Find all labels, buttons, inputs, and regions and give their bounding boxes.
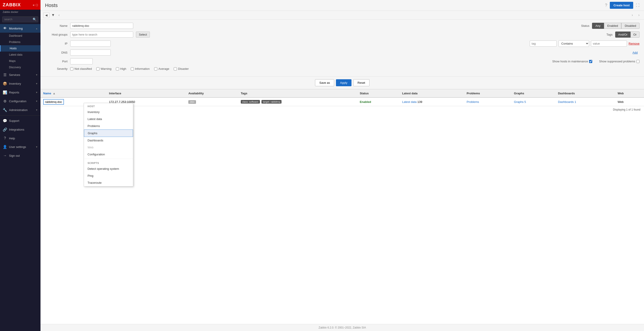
tags-andor-group: And/Or Or [615,32,640,38]
fullscreen-toggle-icon[interactable]: ⛶ [636,4,640,8]
logo-icons: « □ [33,3,38,7]
sidebar-item-support[interactable]: 💬 Support [0,116,40,125]
inventory-label: Inventory [9,82,21,85]
dns-label: DNS [45,51,68,54]
top-bar-right: ? Create host ⛶ [605,2,640,9]
severity-high-checkbox[interactable] [116,67,119,71]
filter-prev-button[interactable]: ◀ [43,13,50,18]
administration-arrow: ▼ [36,109,38,111]
host-groups-input[interactable] [70,32,133,38]
ip-input[interactable] [70,41,111,47]
sidebar-item-user-settings[interactable]: 👤 User settings ▼ [0,143,40,151]
tag-contains-select[interactable]: Contains Equals Does not contain Does no… [558,40,589,47]
sidebar-item-sign-out[interactable]: → Sign out [0,151,40,160]
tag-target-rabbitmq: target: rabbitmq [262,100,282,104]
severity-information-checkbox[interactable] [131,67,134,71]
filter-row-ip-tagrow: IP Contains Equals Does not contain Does… [45,40,640,47]
name-input[interactable] [70,23,133,29]
status-enabled-button[interactable]: Enabled [604,23,622,29]
sidebar-item-latest-data[interactable]: Latest data [0,52,40,58]
tags-or-button[interactable]: Or [630,32,640,38]
sidebar-item-discovery[interactable]: Discovery [0,64,40,71]
footer: Zabbix 6.2.0. © 2001–2022, Zabbix SIA [40,324,644,331]
tag-add-button[interactable]: Add [588,51,638,54]
ctx-item-dashboards[interactable]: Dashboards [84,137,133,144]
host-name-value[interactable]: rabbitmq-doc [43,99,64,105]
graphs-link[interactable]: Graphs 5 [514,100,526,104]
show-maintenance-label[interactable]: Show hosts in maintenance [552,60,592,63]
administration-label: Administration [9,108,28,112]
sidebar-item-help[interactable]: ? Help [0,134,40,143]
tag-name-input[interactable] [530,41,557,47]
port-input[interactable] [70,58,93,64]
sidebar-item-inventory[interactable]: 📦 Inventory ▼ [0,79,40,88]
table-header-row: Name Interface Availability Tags Status … [40,89,644,98]
sidebar-item-problems[interactable]: Problems [0,39,40,45]
host-status-cell: Enabled [357,98,400,106]
severity-average[interactable]: Average [154,67,169,71]
ctx-item-problems[interactable]: Problems [84,123,133,130]
col-name[interactable]: Name [40,89,106,98]
sidebar-item-dashboard[interactable]: Dashboard [0,33,40,39]
tag-remove-button[interactable]: Remove [629,42,640,45]
fullscreen-icon[interactable]: □ [36,3,38,7]
problems-link[interactable]: Problems [467,100,479,104]
services-label: Services [9,73,20,77]
show-suppressed-label[interactable]: Show suppressed problems [599,60,640,63]
severity-not-classified[interactable]: Not classified [70,67,92,71]
ctx-item-detect-os[interactable]: Detect operating system [84,165,133,172]
save-as-button[interactable]: Save as [315,79,334,86]
ctx-item-ping[interactable]: Ping [84,172,133,179]
severity-disaster-checkbox[interactable] [174,67,177,71]
severity-high[interactable]: High [116,67,126,71]
filter-nav-prev[interactable]: ‹ [57,12,62,18]
help-label: Help [9,137,15,140]
severity-information[interactable]: Information [131,67,150,71]
severity-warning[interactable]: Warning [96,67,112,71]
select-button[interactable]: Select [136,32,150,38]
sidebar-item-services[interactable]: ☰ Services ▼ [0,71,40,79]
support-icon: 💬 [3,119,7,123]
configuration-arrow: ▼ [36,100,38,103]
severity-warning-checkbox[interactable] [96,67,100,71]
status-label: Status [567,24,589,28]
tag-value-input[interactable] [591,41,627,47]
filter-row-hostgroups-tags: Host groups Select Tags And/Or Or [45,32,640,38]
show-suppressed-checkbox[interactable] [636,60,640,63]
severity-disaster[interactable]: Disaster [174,67,189,71]
sidebar: ZABBIX « □ Zabbix docker 🔍 👁 Monitoring … [0,0,40,331]
sidebar-item-maps[interactable]: Maps [0,58,40,64]
status-any-button[interactable]: Any [592,23,604,29]
ctx-item-graphs[interactable]: Graphs [84,130,133,137]
services-icon: ☰ [3,73,7,77]
ctx-item-latest-data[interactable]: Latest data [84,116,133,123]
severity-not-classified-checkbox[interactable] [70,67,73,71]
help-icon: ? [3,136,7,140]
filter-row-severity: Severity Not classified Warning High [45,67,640,71]
create-host-button[interactable]: Create host [610,2,633,9]
sidebar-item-configuration[interactable]: ⚙ Configuration ▼ [0,97,40,106]
severity-average-checkbox[interactable] [154,67,157,71]
sidebar-item-integrations[interactable]: 🔗 Integrations [0,125,40,134]
sidebar-item-monitoring[interactable]: 👁 Monitoring ▲ [0,24,40,33]
sidebar-item-reports[interactable]: 📊 Reports ▼ [0,88,40,97]
status-disabled-button[interactable]: Disabled [621,23,640,29]
tags-andor-button[interactable]: And/Or [615,32,630,38]
col-name-link[interactable]: Name [43,92,51,95]
latest-data-link[interactable]: Latest data [402,100,416,104]
sidebar-item-hosts[interactable]: Hosts [0,45,40,52]
sidebar-item-administration[interactable]: 🔧 Administration ▼ [0,106,40,114]
ctx-item-traceroute[interactable]: Traceroute [84,179,133,186]
filter-nav-next-right[interactable]: › [630,12,634,18]
filter-nav-next[interactable]: › [636,12,641,18]
show-maintenance-checkbox[interactable] [589,60,592,63]
reset-button[interactable]: Reset [353,79,370,86]
help-question-icon[interactable]: ? [605,3,607,8]
ctx-item-inventory[interactable]: Inventory [84,109,133,116]
dashboards-link[interactable]: Dashboards 1 [558,100,576,104]
apply-button[interactable]: Apply [336,79,352,86]
filter-row-name-status: Name Status Any Enabled Disabled [45,23,640,29]
collapse-icon[interactable]: « [33,3,35,7]
ctx-item-configuration[interactable]: Configuration [84,151,133,158]
dns-input[interactable] [70,50,111,56]
